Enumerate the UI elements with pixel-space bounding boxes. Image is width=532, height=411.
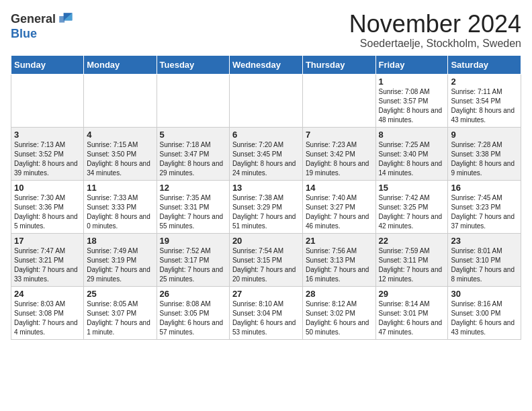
day-info: Sunrise: 8:03 AM Sunset: 3:08 PM Dayligh… (14, 300, 81, 337)
calendar-cell: 15Sunrise: 7:42 AM Sunset: 3:25 PM Dayli… (375, 180, 448, 233)
calendar-cell: 16Sunrise: 7:45 AM Sunset: 3:23 PM Dayli… (448, 180, 521, 233)
calendar-cell (302, 74, 375, 127)
day-number: 12 (160, 183, 226, 193)
day-info: Sunrise: 7:33 AM Sunset: 3:33 PM Dayligh… (87, 193, 153, 231)
calendar-cell: 18Sunrise: 7:49 AM Sunset: 3:19 PM Dayli… (84, 233, 157, 286)
day-number: 9 (451, 130, 518, 140)
calendar-cell: 2Sunrise: 7:11 AM Sunset: 3:54 PM Daylig… (448, 74, 521, 127)
day-info: Sunrise: 7:45 AM Sunset: 3:23 PM Dayligh… (451, 193, 518, 231)
day-number: 23 (451, 236, 518, 246)
calendar-cell: 26Sunrise: 8:08 AM Sunset: 3:05 PM Dayli… (157, 286, 229, 339)
calendar-cell: 25Sunrise: 8:05 AM Sunset: 3:07 PM Dayli… (84, 286, 157, 339)
calendar-week-row: 10Sunrise: 7:30 AM Sunset: 3:36 PM Dayli… (11, 180, 521, 233)
weekday-header-tuesday: Tuesday (157, 55, 229, 74)
day-number: 11 (87, 183, 153, 193)
day-number: 21 (306, 236, 373, 246)
day-number: 18 (87, 236, 153, 246)
day-number: 30 (451, 289, 518, 299)
day-info: Sunrise: 7:35 AM Sunset: 3:31 PM Dayligh… (160, 193, 226, 231)
day-info: Sunrise: 7:25 AM Sunset: 3:40 PM Dayligh… (379, 140, 445, 178)
calendar-week-row: 1Sunrise: 7:08 AM Sunset: 3:57 PM Daylig… (11, 74, 521, 127)
day-number: 17 (14, 236, 81, 246)
day-number: 29 (379, 289, 445, 299)
calendar-cell: 21Sunrise: 7:56 AM Sunset: 3:13 PM Dayli… (302, 233, 375, 286)
calendar-cell: 3Sunrise: 7:13 AM Sunset: 3:52 PM Daylig… (11, 127, 84, 180)
day-number: 16 (451, 183, 518, 193)
calendar-cell: 12Sunrise: 7:35 AM Sunset: 3:31 PM Dayli… (157, 180, 229, 233)
day-info: Sunrise: 7:30 AM Sunset: 3:36 PM Dayligh… (14, 193, 81, 231)
svg-marker-2 (59, 16, 64, 23)
calendar-cell (157, 74, 229, 127)
day-number: 8 (379, 130, 445, 140)
calendar-week-row: 17Sunrise: 7:47 AM Sunset: 3:21 PM Dayli… (11, 233, 521, 286)
calendar-cell: 7Sunrise: 7:23 AM Sunset: 3:42 PM Daylig… (302, 127, 375, 180)
calendar-cell: 23Sunrise: 8:01 AM Sunset: 3:10 PM Dayli… (448, 233, 521, 286)
day-info: Sunrise: 8:16 AM Sunset: 3:00 PM Dayligh… (451, 300, 518, 337)
calendar-cell: 30Sunrise: 8:16 AM Sunset: 3:00 PM Dayli… (448, 286, 521, 339)
logo: General Blue (11, 11, 73, 41)
day-number: 19 (160, 236, 226, 246)
day-info: Sunrise: 7:47 AM Sunset: 3:21 PM Dayligh… (14, 246, 81, 284)
calendar-cell: 8Sunrise: 7:25 AM Sunset: 3:40 PM Daylig… (375, 127, 448, 180)
day-info: Sunrise: 8:01 AM Sunset: 3:10 PM Dayligh… (451, 246, 518, 284)
calendar-cell: 27Sunrise: 8:10 AM Sunset: 3:04 PM Dayli… (229, 286, 302, 339)
header: General Blue November 2024 Soedertaelje,… (11, 11, 521, 50)
weekday-header-thursday: Thursday (302, 55, 375, 74)
weekday-header-friday: Friday (375, 55, 448, 74)
calendar-cell: 17Sunrise: 7:47 AM Sunset: 3:21 PM Dayli… (11, 233, 84, 286)
weekday-header-saturday: Saturday (448, 55, 521, 74)
day-number: 24 (14, 289, 81, 299)
day-info: Sunrise: 7:56 AM Sunset: 3:13 PM Dayligh… (306, 246, 373, 284)
calendar-cell (229, 74, 302, 127)
day-info: Sunrise: 7:20 AM Sunset: 3:45 PM Dayligh… (232, 140, 300, 178)
calendar-cell: 29Sunrise: 8:14 AM Sunset: 3:01 PM Dayli… (375, 286, 448, 339)
calendar-cell: 13Sunrise: 7:38 AM Sunset: 3:29 PM Dayli… (229, 180, 302, 233)
weekday-header-row: SundayMondayTuesdayWednesdayThursdayFrid… (11, 55, 521, 74)
day-number: 14 (306, 183, 373, 193)
subtitle: Soedertaelje, Stockholm, Sweden (349, 38, 521, 50)
calendar-cell: 10Sunrise: 7:30 AM Sunset: 3:36 PM Dayli… (11, 180, 84, 233)
main-title: November 2024 (349, 11, 521, 38)
day-info: Sunrise: 8:08 AM Sunset: 3:05 PM Dayligh… (160, 300, 226, 337)
calendar-cell: 1Sunrise: 7:08 AM Sunset: 3:57 PM Daylig… (375, 74, 448, 127)
calendar-cell: 24Sunrise: 8:03 AM Sunset: 3:08 PM Dayli… (11, 286, 84, 339)
day-info: Sunrise: 8:14 AM Sunset: 3:01 PM Dayligh… (379, 300, 445, 337)
day-info: Sunrise: 7:18 AM Sunset: 3:47 PM Dayligh… (160, 140, 226, 178)
day-number: 27 (232, 289, 300, 299)
calendar-cell: 19Sunrise: 7:52 AM Sunset: 3:17 PM Dayli… (157, 233, 229, 286)
calendar-table: SundayMondayTuesdayWednesdayThursdayFrid… (11, 55, 521, 340)
logo-general-text: General (11, 12, 56, 26)
calendar-week-row: 3Sunrise: 7:13 AM Sunset: 3:52 PM Daylig… (11, 127, 521, 180)
calendar-cell: 6Sunrise: 7:20 AM Sunset: 3:45 PM Daylig… (229, 127, 302, 180)
day-number: 15 (379, 183, 445, 193)
day-number: 5 (160, 130, 226, 140)
weekday-header-sunday: Sunday (11, 55, 84, 74)
day-info: Sunrise: 7:40 AM Sunset: 3:27 PM Dayligh… (306, 193, 373, 231)
day-number: 6 (232, 130, 300, 140)
day-info: Sunrise: 7:13 AM Sunset: 3:52 PM Dayligh… (14, 140, 81, 178)
logo-icon (57, 11, 73, 27)
day-number: 10 (14, 183, 81, 193)
day-info: Sunrise: 7:11 AM Sunset: 3:54 PM Dayligh… (451, 87, 518, 125)
day-info: Sunrise: 7:54 AM Sunset: 3:15 PM Dayligh… (232, 246, 300, 284)
day-number: 4 (87, 130, 153, 140)
day-info: Sunrise: 7:23 AM Sunset: 3:42 PM Dayligh… (306, 140, 373, 178)
weekday-header-monday: Monday (84, 55, 157, 74)
day-info: Sunrise: 7:59 AM Sunset: 3:11 PM Dayligh… (379, 246, 445, 284)
day-number: 22 (379, 236, 445, 246)
calendar-cell: 20Sunrise: 7:54 AM Sunset: 3:15 PM Dayli… (229, 233, 302, 286)
title-area: November 2024 Soedertaelje, Stockholm, S… (349, 11, 521, 50)
day-info: Sunrise: 7:42 AM Sunset: 3:25 PM Dayligh… (379, 193, 445, 231)
logo-blue-text: Blue (11, 27, 37, 40)
day-info: Sunrise: 7:38 AM Sunset: 3:29 PM Dayligh… (232, 193, 300, 231)
calendar-cell: 14Sunrise: 7:40 AM Sunset: 3:27 PM Dayli… (302, 180, 375, 233)
day-number: 28 (306, 289, 373, 299)
day-info: Sunrise: 7:52 AM Sunset: 3:17 PM Dayligh… (160, 246, 226, 284)
calendar-cell: 22Sunrise: 7:59 AM Sunset: 3:11 PM Dayli… (375, 233, 448, 286)
day-info: Sunrise: 8:05 AM Sunset: 3:07 PM Dayligh… (87, 300, 153, 337)
calendar-cell: 9Sunrise: 7:28 AM Sunset: 3:38 PM Daylig… (448, 127, 521, 180)
day-info: Sunrise: 8:10 AM Sunset: 3:04 PM Dayligh… (232, 300, 300, 337)
day-number: 13 (232, 183, 300, 193)
day-number: 25 (87, 289, 153, 299)
calendar-cell: 5Sunrise: 7:18 AM Sunset: 3:47 PM Daylig… (157, 127, 229, 180)
